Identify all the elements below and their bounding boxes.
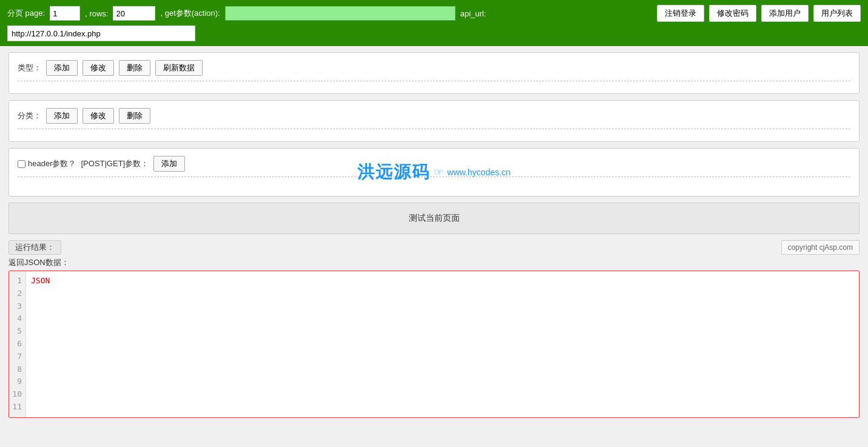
change-password-button[interactable]: 修改密码 (709, 5, 756, 22)
header: 分页 page: , rows: , get参数(action): api_ur… (0, 0, 868, 46)
type-delete-button[interactable]: 删除 (119, 60, 150, 76)
type-refresh-button[interactable]: 刷新数据 (155, 60, 203, 76)
copyright-box: copyright cjAsp.com (781, 240, 860, 255)
category-edit-button[interactable]: 修改 (82, 108, 114, 124)
json-editor: 1 2 3 4 5 6 7 8 9 10 11 JSON (8, 271, 860, 418)
get-action-input[interactable] (225, 6, 456, 21)
get-label: , get参数(action): (160, 8, 220, 19)
type-section: 类型： 添加 修改 删除 刷新数据 (8, 52, 860, 94)
line-numbers: 1 2 3 4 5 6 7 8 9 10 11 (9, 271, 26, 417)
logout-button[interactable]: 注销登录 (657, 5, 704, 22)
header-checkbox-wrap[interactable]: header参数？ (18, 158, 76, 169)
type-section-inner: 类型： 添加 修改 删除 刷新数据 (18, 60, 850, 81)
params-section: header参数？ [POST|GET]参数： 添加 洪远源码 ☞ www.hy… (8, 148, 860, 197)
rows-input[interactable] (113, 6, 155, 21)
category-add-button[interactable]: 添加 (46, 108, 78, 124)
category-label: 分类： (18, 110, 41, 121)
type-edit-button[interactable]: 修改 (82, 60, 114, 76)
main-content: 类型： 添加 修改 删除 刷新数据 分类： 添加 修改 删除 header参数？… (0, 46, 868, 430)
params-add-button[interactable]: 添加 (153, 156, 185, 172)
type-label: 类型： (18, 62, 41, 73)
test-button-wrap[interactable]: 测试当前页面 (8, 203, 860, 234)
results-area: 运行结果： copyright cjAsp.com 返回JSON数据： 1 2 … (8, 240, 860, 418)
json-data-label: 返回JSON数据： (8, 257, 860, 268)
category-section-inner: 分类： 添加 修改 删除 (18, 108, 850, 129)
page-label: 分页 page: (7, 8, 45, 19)
run-result-label: 运行结果： (8, 240, 61, 255)
post-get-label: [POST|GET]参数： (81, 158, 149, 169)
page-input[interactable] (50, 6, 80, 21)
results-header: 运行结果： copyright cjAsp.com (8, 240, 860, 255)
type-add-button[interactable]: 添加 (46, 60, 78, 76)
json-content[interactable]: JSON (26, 271, 859, 417)
test-current-page-button[interactable]: 测试当前页面 (14, 208, 854, 229)
header-checkbox[interactable] (18, 160, 25, 168)
category-delete-button[interactable]: 删除 (119, 108, 150, 124)
header-checkbox-label[interactable]: header参数？ (28, 158, 76, 169)
user-list-button[interactable]: 用户列表 (813, 5, 861, 22)
add-user-button[interactable]: 添加用户 (761, 5, 809, 22)
header-row1: 分页 page: , rows: , get参数(action): api_ur… (7, 5, 861, 22)
category-section: 分类： 添加 修改 删除 (8, 100, 860, 142)
params-row: header参数？ [POST|GET]参数： 添加 (18, 156, 850, 177)
api-url-input[interactable] (7, 25, 195, 41)
header-row2 (7, 25, 861, 41)
api-url-label: api_url: (460, 9, 486, 18)
rows-label: , rows: (85, 9, 108, 18)
